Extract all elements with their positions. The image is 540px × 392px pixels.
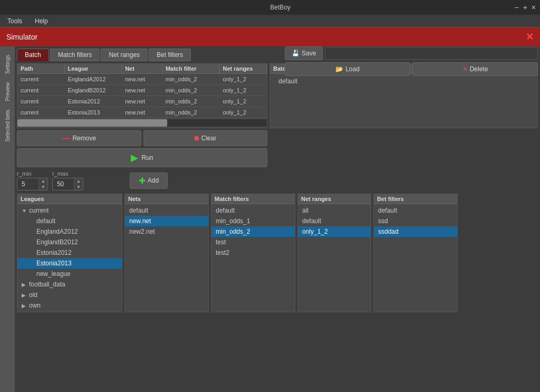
net-range-item[interactable]: default [298,216,371,226]
net-item[interactable]: default [125,205,208,216]
tree-toggle[interactable]: ▼ [22,208,29,214]
col-path: Path [17,64,65,73]
table-cell: only_1_2 [220,108,267,117]
tree-indent [29,238,36,246]
r-min-group: r_min 5 ▲ ▼ [17,170,48,190]
bet-filter-item[interactable]: default [374,205,457,216]
r-max-down[interactable]: ▼ [74,184,83,190]
load-button[interactable]: 📂 Load [285,62,410,76]
table-cell: EnglandB2012 [64,86,122,94]
tree-indent [29,249,36,256]
leagues-panel: Leagues ▼current default EnglandA2012 En… [17,194,122,312]
remove-icon: — [62,133,70,143]
simulator-title: Simulator [6,33,37,41]
main-area: Settings Preview Selected bets Batch Mat… [0,46,540,392]
table-cell: current [17,86,64,94]
tree-toggle[interactable]: ▶ [22,282,29,288]
batch-item[interactable]: default [274,76,533,87]
league-item[interactable]: EnglandB2012 [17,237,122,247]
nets-title: Nets [125,194,208,204]
bet-filter-item[interactable]: ssd [374,216,457,226]
r-max-arrows[interactable]: ▲ ▼ [74,178,83,190]
table-cell: min_odds_2 [162,75,220,83]
r-min-label: r_min [17,170,48,177]
league-item[interactable]: ▶old [17,290,122,300]
r-min-spinbox[interactable]: 5 ▲ ▼ [17,178,48,190]
nets-body: defaultnew.netnew2.net [125,204,208,312]
simulator-close[interactable]: ✕ [526,31,534,43]
bet-filter-item[interactable]: ssddad [374,226,457,237]
match-filter-item[interactable]: min_odds_2 [211,226,295,237]
league-item[interactable]: default [17,216,122,226]
menu-bar: Tools Help [0,15,540,27]
scrollbar-thumb [17,119,167,127]
league-item[interactable]: new_league [17,269,122,279]
remove-button[interactable]: — Remove [17,130,141,146]
table-row[interactable]: currentEstonia2013new.netmin_odds_2only_… [17,107,267,118]
clear-icon: ■ [194,133,199,143]
col-match-filter: Match filter [162,64,220,73]
tree-toggle[interactable]: ▶ [22,292,29,298]
league-item[interactable]: Estonia2012 [17,247,122,258]
league-item[interactable]: ▶own [17,300,122,311]
settings-sidebar: Settings Preview Selected bets [0,46,15,392]
sidebar-selected-bets[interactable]: Selected bets [4,107,12,145]
save-input[interactable] [325,47,538,60]
r-max-up[interactable]: ▲ [74,178,83,184]
load-icon: 📂 [335,65,343,73]
net-item[interactable]: new2.net [125,226,208,237]
menu-tools[interactable]: Tools [4,16,25,26]
load-delete-row: 📂 Load ✕ Delete [285,62,538,76]
clear-label: Clear [201,135,217,142]
close-button[interactable]: × [532,3,536,12]
window-controls[interactable]: − + × [514,3,536,12]
delete-button[interactable]: ✕ Delete [412,62,538,76]
league-item[interactable]: Estonia2013 [17,258,122,269]
simulator-header: Simulator ✕ [0,27,540,46]
col-net-ranges: Net ranges [220,64,267,73]
tree-indent [22,238,29,246]
league-item[interactable]: ▶football_data [17,279,122,290]
r-max-spinbox[interactable]: 50 ▲ ▼ [52,178,83,190]
sidebar-preview[interactable]: Preview [4,79,12,104]
table-row[interactable]: currentEnglandB2012new.netmin_odds_2only… [17,85,267,96]
r-min-down[interactable]: ▼ [39,184,47,190]
clear-button[interactable]: ■ Clear [143,130,268,146]
table-row[interactable]: currentEstonia2012new.netmin_odds_2only_… [17,96,267,107]
league-item[interactable]: EnglandA2012 [17,226,122,237]
tree-toggle[interactable]: ▶ [22,303,29,309]
tree-indent [22,260,29,267]
net-ranges-title: Net ranges [298,194,371,204]
tree-indent [22,217,29,225]
table-cell: only_1_2 [220,75,267,83]
match-filter-item[interactable]: test2 [211,247,295,258]
run-icon: ▶ [131,152,138,164]
menu-help[interactable]: Help [32,16,51,26]
tree-indent [29,270,36,278]
net-item[interactable]: new.net [125,216,208,226]
tab-net-ranges[interactable]: Net ranges [101,49,148,61]
net-range-item[interactable]: only_1_2 [298,226,371,237]
delete-label: Delete [470,65,488,73]
table-row[interactable]: currentEnglandA2012new.netmin_odds_2only… [17,74,267,85]
table-header: Path League Net Match filter Net ranges [17,64,267,74]
table-cell: new.net [122,86,162,94]
horizontal-scrollbar[interactable] [17,119,267,127]
match-filter-item[interactable]: min_odds_1 [211,216,295,226]
match-filter-item[interactable]: default [211,205,295,216]
maximize-button[interactable]: + [523,3,527,12]
r-min-arrows[interactable]: ▲ ▼ [38,178,47,190]
r-min-up[interactable]: ▲ [39,178,47,184]
run-button[interactable]: ▶ Run [17,148,267,167]
tab-match-filters[interactable]: Match filters [50,49,100,61]
league-item[interactable]: ▼current [17,205,122,216]
sidebar-settings[interactable]: Settings [4,52,12,77]
tab-batch[interactable]: Batch [17,49,49,61]
table-cell: new.net [122,97,162,106]
minimize-button[interactable]: − [514,3,518,12]
match-filter-item[interactable]: test [211,237,295,247]
save-button[interactable]: 💾 Save [285,46,323,60]
tab-bet-filters[interactable]: Bet filters [149,49,191,61]
net-range-item[interactable]: all [298,205,371,216]
add-button[interactable]: ✚ Add [130,173,168,189]
